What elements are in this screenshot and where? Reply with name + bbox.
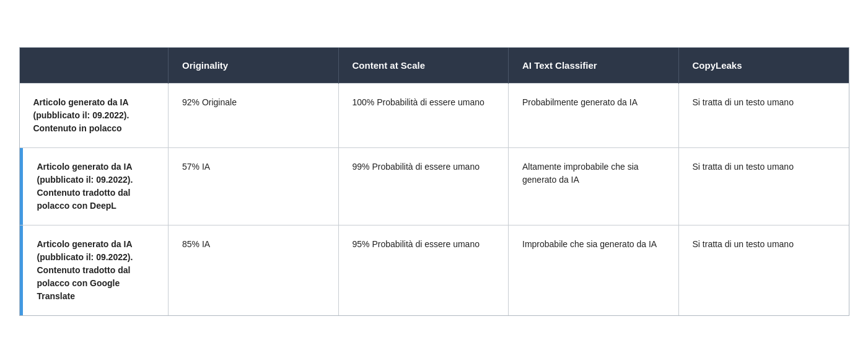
cell-ai-text-classifier-2: Improbabile che sia generato da IA [509, 225, 679, 316]
cell-originality-0: 92% Originale [169, 84, 339, 148]
col-header-content-at-scale: Content at Scale [338, 48, 509, 84]
col-header-originality: Originality [169, 48, 339, 84]
cell-copyleaks-2: Si tratta di un testo umano [678, 225, 849, 316]
cell-copyleaks-0: Si tratta di un testo umano [678, 84, 849, 148]
cell-ai-text-classifier-0: Probabilmente generato da IA [509, 84, 679, 148]
cell-copyleaks-1: Si tratta di un testo umano [678, 148, 849, 225]
article-label: Articolo generato da IA (pubblicato il: … [37, 239, 133, 301]
cell-article-0: Articolo generato da IA (pubblicato il: … [20, 84, 169, 148]
cell-article-2: Articolo generato da IA (pubblicato il: … [20, 225, 169, 316]
row-indicator [20, 225, 23, 315]
cell-content-at-scale-1: 99% Probabilità di essere umano [338, 148, 509, 225]
table-row: Articolo generato da IA (pubblicato il: … [20, 225, 849, 316]
col-header-ai-text-classifier: AI Text Classifier [509, 48, 679, 84]
cell-article-1: Articolo generato da IA (pubblicato il: … [20, 148, 169, 225]
article-label: Articolo generato da IA (pubblicato il: … [37, 162, 133, 211]
article-label: Articolo generato da IA (pubblicato il: … [33, 97, 129, 133]
cell-originality-1: 57% IA [169, 148, 339, 225]
row-indicator [20, 148, 23, 225]
table-header-row: Originality Content at Scale AI Text Cla… [20, 48, 849, 84]
col-header-article [20, 48, 169, 84]
table-row: Articolo generato da IA (pubblicato il: … [20, 84, 849, 148]
cell-content-at-scale-0: 100% Probabilità di essere umano [338, 84, 509, 148]
cell-originality-2: 85% IA [169, 225, 339, 316]
comparison-table: Originality Content at Scale AI Text Cla… [19, 47, 849, 316]
cell-ai-text-classifier-1: Altamente improbabile che sia generato d… [509, 148, 679, 225]
cell-content-at-scale-2: 95% Probabilità di essere umano [338, 225, 509, 316]
table-row: Articolo generato da IA (pubblicato il: … [20, 148, 849, 225]
col-header-copyleaks: CopyLeaks [678, 48, 849, 84]
